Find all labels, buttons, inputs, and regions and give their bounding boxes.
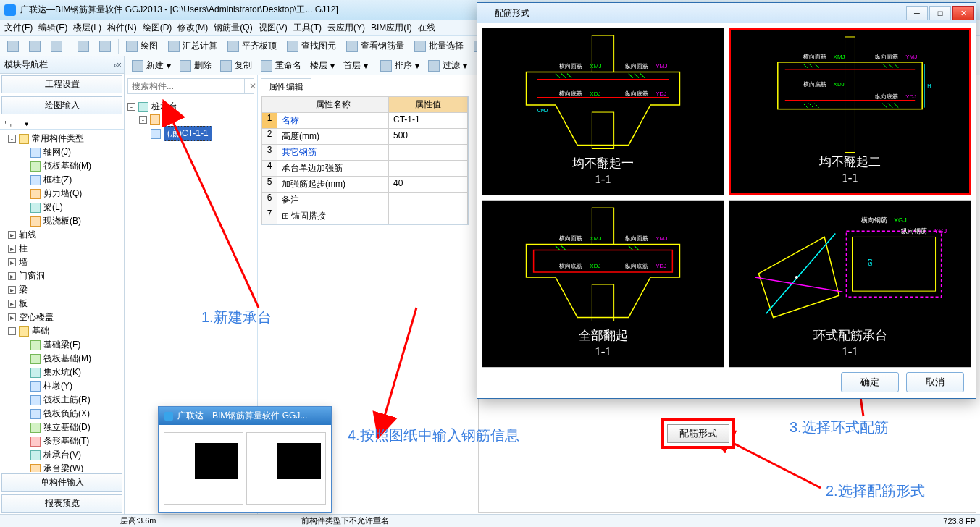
sigma-icon[interactable]: 汇总计算 [165, 38, 220, 54]
redo-icon[interactable] [96, 39, 114, 54]
menu-item[interactable]: 在线 [418, 22, 435, 34]
tree-row[interactable]: 框柱(Z) [2, 173, 122, 187]
expand-icon[interactable]: ▸ [8, 300, 16, 308]
property-row[interactable]: 1名称CT-1-1 [261, 113, 468, 129]
single-input-button[interactable]: 单构件输入 [1, 473, 122, 492]
property-row[interactable]: 4承台单边加强筋 [261, 161, 468, 177]
instance-tree-row[interactable]: -桩承台 [127, 100, 254, 114]
report-preview-button[interactable]: 报表预览 [1, 494, 122, 513]
tree-row[interactable]: ▸板 [2, 297, 122, 311]
tree-row[interactable]: ▸梁 [2, 283, 122, 297]
menu-item[interactable]: 云应用(Y) [327, 22, 365, 34]
tree-row[interactable]: 承台梁(W) [2, 462, 122, 472]
toolbar-rename-icon[interactable]: 重命名 [258, 58, 304, 73]
toolbar-delete-icon[interactable]: 删除 [177, 58, 214, 73]
taskbar-preview[interactable]: 广联达—BIM钢筋算量软件 GGJ... [158, 406, 332, 513]
minimize-button[interactable]: ─ [906, 6, 928, 20]
menu-item[interactable]: 工具(T) [293, 22, 322, 34]
tree-row[interactable]: 筏板主筋(R) [2, 393, 122, 407]
toolbar-icon[interactable]: ⁺₊⁻ ▾ [3, 119, 29, 129]
menu-item[interactable]: 钢筋量(Q) [214, 22, 252, 34]
toolbar-sort-icon[interactable]: 排序 ▾ [377, 58, 422, 73]
draw-input-button[interactable]: 绘图输入 [1, 96, 122, 114]
rebar-form-button[interactable]: 配筋形式 [667, 424, 729, 443]
menu-item[interactable]: 视图(V) [259, 22, 288, 34]
toolbar-copy-icon[interactable]: 复制 [217, 58, 255, 73]
tree-row[interactable]: 柱墩(Y) [2, 379, 122, 393]
tree-row[interactable]: -基础 [2, 324, 122, 338]
component-type-tree[interactable]: -常用构件类型轴网(J)筏板基础(M)框柱(Z)剪力墙(Q)梁(L)现浇板(B)… [0, 130, 124, 472]
expand-icon[interactable]: - [8, 135, 16, 143]
align-top-icon[interactable]: 平齐板顶 [225, 38, 280, 54]
expand-icon[interactable]: ▸ [8, 286, 16, 294]
ok-button[interactable]: 确定 [841, 372, 899, 392]
property-row[interactable]: 3其它钢筋 [261, 145, 468, 161]
property-value[interactable]: 500 [389, 129, 468, 145]
toolbar-首层[interactable]: 首层 ▾ [340, 58, 371, 73]
tree-row[interactable]: ▸门窗洞 [2, 269, 122, 283]
new-file-icon[interactable] [4, 39, 22, 54]
component-instance-tree[interactable]: -桩承台-T-1(底)CT-1-1 [125, 97, 257, 145]
tree-row[interactable]: 基础梁(F) [2, 338, 122, 352]
tree-row[interactable]: 桩承台(V) [2, 448, 122, 462]
property-row[interactable]: 6备注 [261, 193, 468, 208]
rebar-option-0[interactable]: 横向面筋XMJ 纵向面筋YMJ 横向底筋XDJ 纵向底筋YDJ CMJ 均不翻起… [482, 28, 724, 195]
tree-row[interactable]: ▸轴线 [2, 228, 122, 242]
property-value[interactable] [389, 208, 468, 224]
instance-tree-row[interactable]: (底)CT-1-1 [127, 125, 254, 142]
tree-row[interactable]: 现浇板(B) [2, 214, 122, 228]
tree-row[interactable]: 条形基础(T) [2, 434, 122, 448]
property-value[interactable] [389, 161, 468, 177]
expand-icon[interactable]: - [127, 103, 135, 111]
undo-icon[interactable] [75, 39, 92, 54]
dialog-titlebar[interactable]: 配筋形式 ─ □ ✕ [477, 3, 976, 23]
tree-row[interactable]: ▸柱 [2, 242, 122, 256]
proj-settings-button[interactable]: 工程设置 [1, 75, 122, 93]
maximize-button[interactable]: □ [929, 6, 951, 20]
tree-row[interactable]: 筏板负筋(X) [2, 407, 122, 421]
tree-row[interactable]: ▸空心楼盖 [2, 311, 122, 324]
save-icon[interactable] [48, 39, 65, 54]
search-input[interactable] [128, 79, 244, 93]
toolbar-filter-icon[interactable]: 过滤 ▾ [425, 58, 470, 73]
property-tab[interactable]: 属性编辑 [261, 78, 311, 96]
expand-icon[interactable]: ▸ [8, 313, 16, 321]
tree-row[interactable]: 剪力墙(Q) [2, 187, 122, 201]
toolbar-new-icon[interactable]: 新建 ▾ [129, 58, 174, 73]
expand-icon[interactable]: ▸ [8, 245, 16, 253]
expand-icon[interactable]: ▸ [8, 231, 16, 239]
menu-item[interactable]: 绘图(D) [143, 22, 172, 34]
property-value[interactable]: CT-1-1 [389, 113, 468, 129]
panel-chevrons[interactable]: « × [114, 60, 120, 70]
toolbar-楼层[interactable]: 楼层 ▾ [307, 58, 338, 73]
instance-tree-row[interactable]: -T-1 [127, 114, 254, 125]
cancel-button[interactable]: 取消 [906, 372, 964, 392]
tree-row[interactable]: 筏板基础(M) [2, 352, 122, 366]
draw-icon[interactable]: 绘图 [123, 38, 161, 54]
close-button[interactable]: ✕ [952, 6, 974, 20]
property-row[interactable]: 2高度(mm)500 [261, 129, 468, 145]
batch-icon[interactable]: 批量选择 [411, 38, 466, 54]
expand-icon[interactable]: ▸ [8, 258, 16, 266]
expand-icon[interactable]: ▸ [8, 272, 16, 280]
rebar-option-3[interactable]: 横向钢筋XGJ 纵向钢筋YGJ GJ 环式配筋承台1-1 [729, 200, 971, 368]
tree-row[interactable]: 集水坑(K) [2, 366, 122, 379]
tree-row[interactable]: 独立基础(D) [2, 421, 122, 434]
menu-item[interactable]: 楼层(L) [73, 22, 101, 34]
menu-item[interactable]: 编辑(E) [38, 22, 67, 34]
tree-row[interactable]: 轴网(J) [2, 146, 122, 159]
expand-icon[interactable]: ⊞ [282, 211, 291, 221]
tree-row[interactable]: -常用构件类型 [2, 132, 122, 146]
menu-item[interactable]: 文件(F) [4, 22, 33, 34]
menu-item[interactable]: BIM应用(I) [371, 22, 412, 34]
menu-item[interactable]: 构件(N) [107, 22, 137, 34]
rebar-option-1[interactable]: 横向面筋XMJ 纵向面筋YMJ 横向底筋XDJ 纵向底筋YDJ H 均不翻起二1… [729, 28, 971, 195]
find-icon[interactable]: 查找图元 [284, 38, 339, 54]
tree-row[interactable]: 筏板基础(M) [2, 159, 122, 173]
expand-icon[interactable]: - [139, 116, 147, 124]
expand-icon[interactable]: - [8, 327, 16, 335]
property-row[interactable]: 5加强筋起步(mm)40 [261, 177, 468, 193]
open-folder-icon[interactable] [26, 39, 43, 54]
property-value[interactable] [389, 193, 468, 208]
property-value[interactable] [389, 145, 468, 161]
